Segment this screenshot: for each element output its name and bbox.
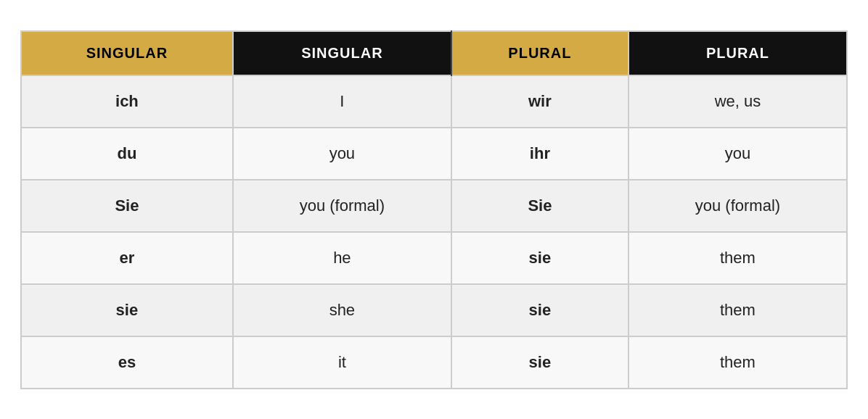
header-plural-german: PLURAL: [451, 31, 629, 75]
german-plural-cell: sie: [451, 336, 629, 389]
table-row: sieshesiethem: [21, 284, 847, 336]
english-singular-cell: it: [233, 336, 451, 389]
german-plural-cell: ihr: [451, 128, 629, 180]
pronoun-table: SINGULAR SINGULAR PLURAL PLURAL ichIwirw…: [20, 30, 848, 389]
english-plural-cell: you: [629, 128, 847, 180]
german-singular-cell: er: [21, 232, 233, 284]
table-row: Sieyou (formal)Sieyou (formal): [21, 180, 847, 232]
german-plural-cell: Sie: [451, 180, 629, 232]
english-singular-cell: you (formal): [233, 180, 451, 232]
table-row: ichIwirwe, us: [21, 75, 847, 128]
german-singular-cell: sie: [21, 284, 233, 336]
pronoun-table-wrapper: SINGULAR SINGULAR PLURAL PLURAL ichIwirw…: [20, 30, 848, 389]
english-singular-cell: he: [233, 232, 451, 284]
german-singular-cell: Sie: [21, 180, 233, 232]
header-plural-english: PLURAL: [629, 31, 847, 75]
table-row: duyouihryou: [21, 128, 847, 180]
english-plural-cell: you (formal): [629, 180, 847, 232]
english-plural-cell: them: [629, 232, 847, 284]
german-singular-cell: du: [21, 128, 233, 180]
table-row: esitsiethem: [21, 336, 847, 389]
german-plural-cell: wir: [451, 75, 629, 128]
header-singular-english: SINGULAR: [233, 31, 451, 75]
english-plural-cell: we, us: [629, 75, 847, 128]
english-plural-cell: them: [629, 284, 847, 336]
german-singular-cell: es: [21, 336, 233, 389]
header-singular-german: SINGULAR: [21, 31, 233, 75]
german-singular-cell: ich: [21, 75, 233, 128]
english-singular-cell: I: [233, 75, 451, 128]
table-row: erhesiethem: [21, 232, 847, 284]
german-plural-cell: sie: [451, 232, 629, 284]
table-header-row: SINGULAR SINGULAR PLURAL PLURAL: [21, 31, 847, 75]
german-plural-cell: sie: [451, 284, 629, 336]
english-singular-cell: you: [233, 128, 451, 180]
english-plural-cell: them: [629, 336, 847, 389]
english-singular-cell: she: [233, 284, 451, 336]
